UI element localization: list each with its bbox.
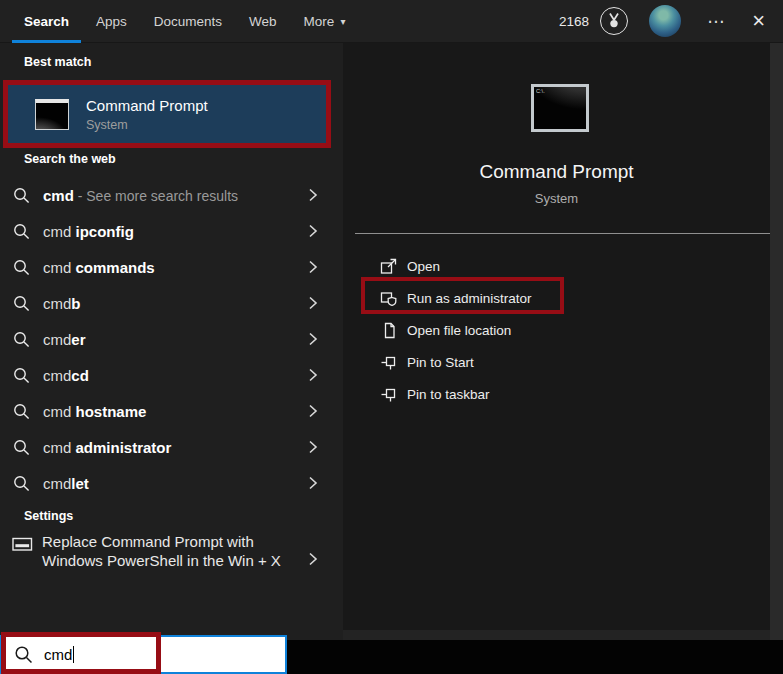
settings-result-row[interactable]: Replace Command Prompt with Windows Powe…	[0, 530, 343, 588]
search-icon	[13, 259, 30, 276]
preview-app-title: Command Prompt	[343, 161, 770, 183]
chevron-right-icon[interactable]	[308, 440, 318, 454]
best-match-title: Command Prompt	[86, 97, 208, 114]
action-menu: Open Run as administrator Open file loca…	[343, 250, 770, 410]
text-cursor	[73, 646, 74, 663]
chevron-right-icon[interactable]	[308, 188, 318, 202]
best-match-subtitle: System	[86, 118, 208, 132]
search-icon	[13, 439, 30, 456]
best-match-result[interactable]: Command Prompt System	[3, 80, 331, 148]
web-suggestion-row[interactable]: cmdb	[0, 285, 343, 321]
file-location-icon	[380, 322, 397, 339]
web-suggestion-row[interactable]: cmd commands	[0, 249, 343, 285]
web-suggestion-row[interactable]: cmd administrator	[0, 429, 343, 465]
chevron-right-icon[interactable]	[308, 332, 318, 346]
suggestion-text: cmd hostname	[43, 403, 146, 420]
chevron-right-icon[interactable]	[308, 368, 318, 382]
topbar-right: 2168 ⋯ ×	[559, 5, 783, 37]
suggestion-text: cmd - See more search results	[43, 187, 238, 204]
best-match-section-label: Best match	[24, 55, 91, 69]
suggestion-text: cmdb	[43, 295, 81, 312]
search-query-text: cmd	[44, 646, 72, 663]
search-icon	[13, 331, 30, 348]
search-web-section-label: Search the web	[24, 152, 116, 166]
background-edge-strip	[770, 43, 783, 640]
tab-more[interactable]: More ▾	[304, 0, 346, 42]
command-prompt-large-icon: C:\.	[531, 84, 589, 132]
pin-icon	[380, 354, 397, 371]
suggestion-text: cmd commands	[43, 259, 155, 276]
web-suggestion-row[interactable]: cmd - See more search results	[0, 177, 343, 213]
search-tabs: Search Apps Documents Web More ▾	[0, 0, 345, 42]
rewards-medal-icon[interactable]	[600, 7, 628, 35]
chevron-right-icon[interactable]	[308, 404, 318, 418]
suggestion-text: cmder	[43, 331, 86, 348]
open-icon	[380, 258, 397, 275]
settings-window-icon	[12, 536, 33, 553]
preview-app-subtitle: System	[343, 191, 770, 206]
action-pin-to-taskbar[interactable]: Pin to taskbar	[343, 378, 770, 410]
suggestion-text: cmdlet	[43, 475, 89, 492]
run-as-admin-shield-icon	[380, 290, 397, 307]
chevron-right-icon[interactable]	[308, 476, 318, 490]
best-match-text: Command Prompt System	[86, 97, 208, 132]
web-suggestion-list: cmd - See more search results cmd ipconf…	[0, 177, 343, 501]
tab-web[interactable]: Web	[249, 0, 277, 42]
command-prompt-icon	[35, 99, 69, 130]
pin-icon	[380, 386, 397, 403]
web-suggestion-row[interactable]: cmdlet	[0, 465, 343, 501]
action-open-file-location[interactable]: Open file location	[343, 314, 770, 346]
background-bottom-strip	[343, 630, 770, 640]
settings-result-text: Replace Command Prompt with Windows Powe…	[42, 532, 281, 588]
settings-section-label: Settings	[24, 509, 73, 523]
chevron-right-icon[interactable]	[308, 552, 318, 566]
search-icon	[13, 403, 30, 420]
search-results-panel: Best match Command Prompt System Search …	[0, 43, 343, 640]
chevron-down-icon: ▾	[340, 16, 345, 27]
active-tab-underline	[12, 40, 81, 43]
chevron-right-icon[interactable]	[308, 224, 318, 238]
search-icon	[13, 223, 30, 240]
tab-documents[interactable]: Documents	[154, 0, 222, 42]
divider	[355, 233, 770, 234]
taskbar-search-input[interactable]: cmd	[0, 635, 287, 674]
suggestion-text: cmdcd	[43, 367, 89, 384]
preview-panel: C:\. Command Prompt System Open Run as a…	[343, 43, 770, 630]
more-options-icon[interactable]: ⋯	[707, 11, 725, 32]
web-suggestion-row[interactable]: cmder	[0, 321, 343, 357]
search-topbar: Search Apps Documents Web More ▾ 2168 ⋯ …	[0, 0, 783, 43]
tab-apps[interactable]: Apps	[96, 0, 127, 42]
action-pin-to-start[interactable]: Pin to Start	[343, 346, 770, 378]
suggestion-text: cmd administrator	[43, 439, 171, 456]
tab-search[interactable]: Search	[24, 0, 69, 42]
action-open[interactable]: Open	[343, 250, 770, 282]
search-icon	[13, 367, 30, 384]
close-icon[interactable]: ×	[752, 10, 765, 32]
action-run-as-administrator[interactable]: Run as administrator	[343, 282, 770, 314]
chevron-right-icon[interactable]	[308, 296, 318, 310]
search-icon	[13, 475, 30, 492]
web-suggestion-row[interactable]: cmd hostname	[0, 393, 343, 429]
web-suggestion-row[interactable]: cmdcd	[0, 357, 343, 393]
rewards-points: 2168	[559, 14, 589, 29]
web-suggestion-row[interactable]: cmd ipconfig	[0, 213, 343, 249]
suggestion-text: cmd ipconfig	[43, 223, 134, 240]
user-avatar[interactable]	[649, 5, 681, 37]
search-icon	[13, 295, 30, 312]
chevron-right-icon[interactable]	[308, 260, 318, 274]
search-icon	[13, 187, 30, 204]
search-icon	[14, 645, 33, 664]
